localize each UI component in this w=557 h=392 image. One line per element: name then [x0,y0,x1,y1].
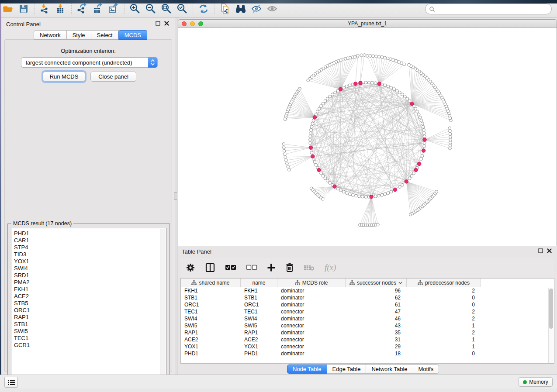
satellite-node[interactable] [284,153,287,156]
ring-node[interactable] [377,194,381,197]
hub-node[interactable] [422,149,425,152]
satellite-node[interactable] [286,162,289,165]
tab-network[interactable]: Network [34,30,67,40]
delete-table-button[interactable] [304,264,315,271]
mcds-result-item[interactable]: STP4 [14,244,166,251]
ring-node[interactable] [336,187,339,190]
satellite-node[interactable] [377,55,381,58]
satellite-node[interactable] [287,165,290,168]
table-row[interactable]: ORC1ORC1dominator610 [181,301,554,308]
criterion-dropdown[interactable]: largest connected component (undirected) [21,57,158,68]
ring-node[interactable] [403,95,406,98]
ring-node[interactable] [414,107,417,110]
ring-node[interactable] [387,192,390,195]
zoom-selected-button[interactable] [176,2,189,15]
satellite-node[interactable] [283,149,286,152]
close-window-icon[interactable] [182,21,187,26]
mcds-result-item[interactable]: STB1 [14,321,166,328]
satellite-node[interactable] [449,144,452,147]
column-header-shared-name[interactable]: shared name [181,279,241,287]
ring-node[interactable] [381,193,384,196]
ring-node[interactable] [329,95,332,98]
table-scrollbar-thumb[interactable] [549,289,553,329]
ring-node[interactable] [345,85,348,88]
ring-node[interactable] [326,179,329,182]
close-panel-icon[interactable] [547,248,552,253]
import-network-button[interactable] [38,2,52,15]
ring-node[interactable] [423,132,426,135]
hub-node[interactable] [354,82,357,86]
hub-node[interactable] [359,81,362,85]
hub-node[interactable] [393,188,397,191]
ring-node[interactable] [423,141,426,144]
satellite-node[interactable] [356,54,360,57]
search-box[interactable] [425,3,552,14]
delete-column-button[interactable] [285,263,294,272]
ring-node[interactable] [331,93,334,96]
hub-node[interactable] [418,162,421,165]
ring-node[interactable] [423,135,426,138]
column-header-predecessor-nodes[interactable]: predecessor nodes [407,279,481,287]
mcds-result-item[interactable]: RAP1 [14,314,166,321]
export-image-button[interactable] [107,2,120,15]
table-row[interactable]: RAP1RAP1dominator352 [181,329,554,336]
float-panel-icon[interactable] [156,21,160,26]
satellite-node[interactable] [389,58,392,61]
zoom-out-button[interactable] [144,2,157,15]
hub-node[interactable] [410,102,414,105]
maximize-window-icon[interactable] [198,21,203,26]
satellite-node[interactable] [449,147,452,150]
hub-node[interactable] [377,82,381,86]
hub-node[interactable] [309,146,312,149]
ring-node[interactable] [313,161,316,164]
ring-node[interactable] [417,113,420,116]
hide-panel-button[interactable] [250,2,263,15]
ring-node[interactable] [395,89,398,92]
network-window-titlebar[interactable]: YPA_prune.txt_1 [178,20,557,28]
ring-node[interactable] [329,182,332,185]
network-canvas[interactable] [178,28,557,246]
ring-node[interactable] [342,86,345,89]
float-panel-icon[interactable] [538,248,543,253]
table-row[interactable]: STB1STB1dominator620 [181,294,554,301]
column-header-successor-nodes[interactable]: successor nodes [346,279,407,287]
export-table-button[interactable] [91,2,104,15]
ring-node[interactable] [312,119,315,122]
hub-node[interactable] [317,168,321,172]
memory-button[interactable]: Memory [519,377,553,387]
ring-node[interactable] [374,82,377,85]
tab-motifs[interactable]: Motifs [413,364,439,374]
task-history-button[interactable] [4,377,18,388]
add-column-button[interactable] [267,263,276,272]
ring-node[interactable] [339,189,343,192]
ring-node[interactable] [310,128,313,131]
ring-node[interactable] [390,190,393,193]
ring-node[interactable] [326,97,329,100]
satellite-node[interactable] [307,79,310,82]
ring-node[interactable] [351,193,354,196]
satellite-node[interactable] [282,143,285,146]
ring-node[interactable] [401,183,404,186]
find-button[interactable] [234,2,247,15]
ring-node[interactable] [384,84,387,87]
satellite-node[interactable] [449,130,452,133]
deselect-all-button[interactable] [246,265,257,271]
ring-node[interactable] [309,141,312,144]
ring-node[interactable] [358,195,361,198]
table-row[interactable]: FKH1FKH1dominator962 [181,287,554,294]
ring-node[interactable] [310,151,313,154]
ring-node[interactable] [422,125,425,128]
satellite-node[interactable] [449,141,452,144]
ring-node[interactable] [316,110,319,113]
ring-node[interactable] [387,85,390,88]
run-mcds-button[interactable]: Run MCDS [43,72,85,82]
tab-network-table[interactable]: Network Table [366,364,413,374]
close-panel-button[interactable]: Close panel [90,72,136,82]
tab-mcds[interactable]: MCDS [118,30,147,40]
mcds-result-item[interactable]: SRD1 [14,272,166,279]
ring-node[interactable] [322,175,325,178]
mcds-result-item[interactable]: CAR1 [14,237,166,244]
column-selector-button[interactable] [205,262,215,273]
satellite-node[interactable] [392,58,395,62]
table-row[interactable]: SWI5SWI5connector431 [181,322,554,329]
